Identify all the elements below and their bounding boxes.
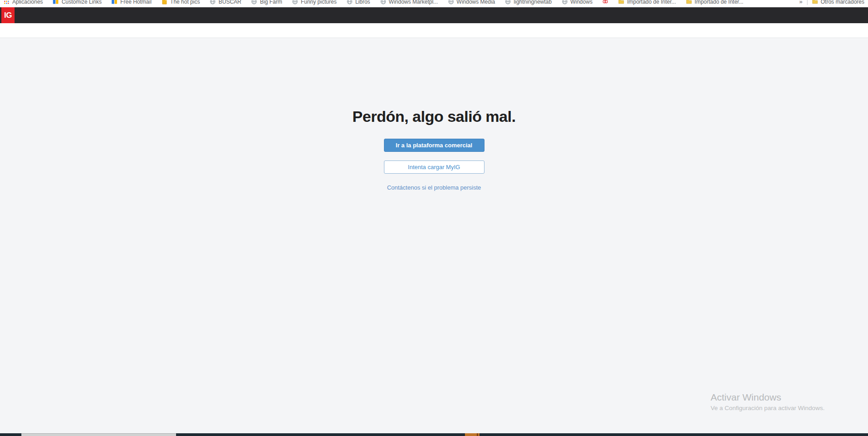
bookmark-label: The hot pics <box>170 0 200 5</box>
bookmark-label: Windows Marketpl... <box>389 0 438 5</box>
bookmark-label: Windows Media <box>457 0 495 5</box>
folder-icon <box>686 0 692 5</box>
bookmark-label: Importado de Inter... <box>695 0 743 5</box>
app-header: IG <box>0 7 868 23</box>
globe-icon <box>292 0 298 5</box>
bookmark-item[interactable]: lightningnewtab <box>505 0 551 5</box>
bookmark-label: Windows <box>570 0 593 5</box>
bookmark-item[interactable]: The hot pics <box>161 0 200 5</box>
go-to-platform-button[interactable]: Ir a la plataforma comercial <box>384 139 484 152</box>
bookmark-item[interactable]: Windows Media <box>448 0 495 5</box>
globe-icon <box>347 0 353 5</box>
contact-us-link[interactable]: Contáctenos si el problema persiste <box>387 184 481 191</box>
bookmark-label: lightningnewtab <box>514 0 551 5</box>
globe-icon <box>210 0 216 5</box>
globe-icon <box>448 0 454 5</box>
bookmarks-bar: AplicacionesCustomize LinksFree HotmailT… <box>0 0 868 7</box>
globe-icon <box>251 0 257 5</box>
yellow-page-icon <box>161 0 167 5</box>
bookmark-item[interactable]: Importado de Inter... <box>618 0 676 5</box>
bookmarks-divider <box>807 0 807 5</box>
bookmark-item[interactable]: Aplicaciones <box>4 0 43 5</box>
bookmark-item[interactable]: Windows <box>562 0 593 5</box>
error-title: Perdón, algo salió mal. <box>0 107 868 126</box>
bookmark-label: Free Hotmail <box>120 0 151 5</box>
globe-icon <box>380 0 386 5</box>
bookmark-item[interactable]: Libros <box>347 0 370 5</box>
watermark-title: Activar Windows <box>711 392 825 403</box>
bottom-scrollbar-track <box>0 433 868 436</box>
bookmark-item[interactable]: Importado de Inter... <box>686 0 743 5</box>
main-content: Perdón, algo salió mal. Ir a la platafor… <box>0 39 868 433</box>
folder-icon <box>812 0 818 5</box>
bookmark-label: Importado de Inter... <box>627 0 676 5</box>
bookmark-label: Aplicaciones <box>12 0 43 5</box>
globe-icon <box>505 0 511 5</box>
bookmark-label: Big Farm <box>260 0 282 5</box>
bookmark-label: Libros <box>355 0 370 5</box>
scrollbar-thumb[interactable] <box>21 433 176 436</box>
ig-logo[interactable]: IG <box>1 7 15 23</box>
ie-blue-yellow-icon <box>111 0 117 5</box>
folder-icon <box>618 0 624 5</box>
bookmark-label: Customize Links <box>61 0 101 5</box>
bookmark-label: Funny pictures <box>301 0 337 5</box>
bookmark-item[interactable]: Windows Marketpl... <box>380 0 438 5</box>
watermark-subtitle: Ve a Configuración para activar Windows. <box>711 405 825 411</box>
airbnb-icon <box>602 0 608 5</box>
bookmark-label: BUSCAR <box>218 0 241 5</box>
bookmarks-overflow-chevron[interactable]: » <box>799 0 802 5</box>
bookmark-item[interactable]: Big Farm <box>251 0 282 5</box>
load-myig-button[interactable]: Intenta cargar MyIG <box>384 160 484 174</box>
other-bookmarks-button[interactable]: Otros marcadores <box>812 0 864 5</box>
sub-header-band <box>0 23 868 38</box>
bookmarks-row: AplicacionesCustomize LinksFree HotmailT… <box>0 0 868 7</box>
error-block: Perdón, algo salió mal. Ir a la platafor… <box>0 107 868 191</box>
bookmark-item[interactable] <box>602 0 608 5</box>
globe-icon <box>562 0 568 5</box>
bookmark-item[interactable]: Funny pictures <box>292 0 337 5</box>
activate-windows-watermark: Activar Windows Ve a Configuración para … <box>711 392 825 411</box>
bookmark-item[interactable]: Customize Links <box>53 0 101 5</box>
bookmark-item[interactable]: Free Hotmail <box>111 0 151 5</box>
other-bookmarks-label: Otros marcadores <box>821 0 864 5</box>
apps-grid-icon <box>4 0 10 5</box>
orange-marker <box>465 433 479 436</box>
ie-blue-yellow-icon <box>53 0 59 5</box>
bookmark-item[interactable]: BUSCAR <box>210 0 241 5</box>
